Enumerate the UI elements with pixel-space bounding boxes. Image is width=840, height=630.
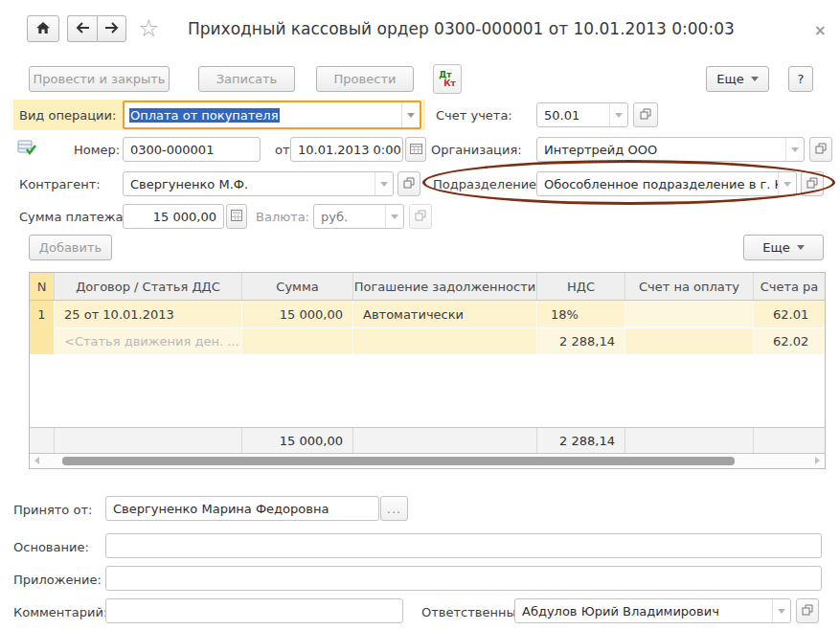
column-header-invoice[interactable]: Счет на оплату — [625, 273, 754, 300]
table-row[interactable]: <Статья движения ден. ... 2 288,14 62.02 — [30, 327, 825, 354]
department-open-button[interactable] — [801, 171, 824, 196]
amount-label: Сумма платежа: — [19, 210, 127, 224]
counterparty-open-button[interactable] — [397, 171, 420, 196]
calendar-icon — [410, 143, 422, 157]
comment-field[interactable] — [105, 598, 403, 623]
accepted-from-select-button[interactable]: ... — [380, 496, 408, 521]
accepted-from-field[interactable]: Свергуненко Марина Федоровна — [105, 496, 379, 521]
department-label: Подразделение: — [433, 177, 540, 191]
show-postings-button[interactable]: Дт Кт — [433, 64, 462, 94]
window-title: Приходный кассовый ордер 0300-000001 от … — [188, 19, 735, 38]
responsible-label: Ответственный: — [421, 605, 529, 619]
contract-cell[interactable]: 25 от 10.01.2013 — [55, 301, 242, 327]
responsible-open-button[interactable] — [796, 598, 819, 623]
more-button[interactable]: Еще — [706, 66, 769, 92]
column-header-accounts[interactable]: Счета ра — [754, 273, 825, 300]
operation-select[interactable]: Оплата от покупателя — [123, 101, 421, 129]
organization-dropdown-arrow[interactable] — [785, 138, 804, 161]
horizontal-scrollbar[interactable] — [30, 454, 825, 468]
settlement-account-cell[interactable]: 62.01 — [754, 301, 825, 327]
help-button[interactable]: ? — [788, 66, 813, 92]
totals-accounts-cell — [754, 428, 825, 453]
scroll-left-icon[interactable] — [34, 457, 39, 464]
column-header-vat[interactable]: НДС — [537, 273, 625, 300]
amount-field[interactable]: 15 000,00 — [123, 204, 224, 229]
number-field[interactable]: 0300-000001 — [123, 137, 261, 162]
nav-history-group — [67, 15, 126, 42]
totals-repayment-cell — [353, 428, 537, 453]
row-number-cell[interactable]: 1 — [30, 301, 55, 327]
calculator-icon — [231, 210, 242, 224]
post-and-close-button[interactable]: Провести и закрыть — [29, 66, 170, 92]
account-value: 50.01 — [537, 103, 609, 126]
sum-cell[interactable]: 15 000,00 — [242, 301, 353, 327]
vat-amount-cell[interactable]: 2 288,14 — [537, 327, 625, 354]
operation-dropdown-arrow[interactable] — [401, 102, 420, 127]
chevron-down-icon — [380, 182, 388, 187]
column-header-repayment[interactable]: Погашение задолженности — [353, 273, 537, 300]
favorite-star-icon[interactable]: ☆ — [138, 16, 159, 40]
organization-open-button[interactable] — [809, 137, 832, 162]
row-number-cell[interactable] — [30, 327, 55, 354]
save-button[interactable]: Записать — [198, 66, 295, 92]
open-link-icon — [415, 210, 426, 224]
table-row[interactable]: 1 25 от 10.01.2013 15 000,00 Автоматичес… — [30, 301, 825, 327]
department-field[interactable]: Обособленное подразделение в г. Клин — [536, 171, 797, 196]
home-button[interactable] — [27, 15, 59, 42]
table-more-button[interactable]: Еще — [743, 235, 824, 260]
totals-contract-cell — [55, 428, 242, 453]
column-header-contract[interactable]: Договор / Статья ДДС — [55, 273, 242, 300]
organization-label: Организация: — [431, 143, 522, 157]
back-arrow-icon — [76, 22, 90, 36]
organization-value: Интертрейд ООО — [537, 138, 785, 161]
cashflow-item-cell[interactable]: <Статья движения ден. ... — [55, 327, 242, 354]
invoice-cell[interactable] — [625, 301, 754, 327]
column-header-sum[interactable]: Сумма — [242, 273, 353, 300]
date-field[interactable]: 10.01.2013 0:00:03 — [290, 137, 403, 162]
open-link-icon — [806, 177, 818, 191]
more-button-label: Еще — [716, 72, 743, 86]
responsible-field[interactable]: Абдулов Юрий Владимирович — [514, 598, 791, 623]
invoice-cell[interactable] — [625, 327, 754, 354]
scroll-right-icon[interactable] — [815, 457, 820, 464]
open-link-icon — [802, 604, 813, 619]
counterparty-dropdown-arrow[interactable] — [375, 172, 393, 195]
comment-value — [106, 599, 402, 622]
department-dropdown-arrow[interactable] — [778, 172, 796, 195]
advance-account-cell[interactable]: 62.02 — [754, 327, 825, 354]
repayment-cell[interactable]: Автоматически — [353, 301, 537, 327]
forward-arrow-icon — [104, 22, 119, 36]
chevron-down-icon — [751, 77, 759, 81]
forward-button[interactable] — [97, 15, 126, 42]
add-row-button[interactable]: Добавить — [29, 235, 112, 260]
responsible-dropdown-arrow[interactable] — [772, 599, 790, 622]
scrollbar-thumb[interactable] — [62, 457, 735, 465]
counterparty-field[interactable]: Свергуненко М.Ф. — [123, 171, 394, 196]
amount-calculator-button[interactable] — [226, 204, 247, 229]
totals-invoice-cell — [625, 428, 754, 453]
close-icon[interactable]: × — [814, 24, 827, 38]
attachment-label: Приложение: — [13, 573, 102, 587]
repayment-cell[interactable] — [353, 327, 537, 354]
post-button[interactable]: Провести — [316, 66, 414, 92]
account-dropdown-arrow[interactable] — [609, 103, 627, 126]
totals-sum-cell: 15 000,00 — [242, 428, 353, 453]
basis-field[interactable] — [105, 533, 822, 558]
account-open-button[interactable] — [633, 102, 658, 127]
account-field[interactable]: 50.01 — [536, 102, 628, 127]
accepted-from-label: Принято от: — [13, 503, 92, 517]
vat-rate-cell[interactable]: 18% — [537, 301, 625, 327]
counterparty-value: Свергуненко М.Ф. — [124, 172, 375, 195]
column-header-n[interactable]: N — [30, 273, 55, 300]
responsible-value: Абдулов Юрий Владимирович — [515, 599, 772, 622]
comment-label: Комментарий: — [13, 605, 107, 619]
back-button[interactable] — [67, 15, 97, 42]
sum-cell[interactable] — [242, 327, 353, 354]
table-empty-area[interactable] — [30, 354, 825, 427]
open-link-icon — [640, 108, 651, 123]
date-calendar-button[interactable] — [405, 137, 426, 162]
basis-label: Основание: — [13, 540, 89, 554]
organization-field[interactable]: Интертрейд ООО — [536, 137, 805, 162]
attachment-field[interactable] — [105, 566, 822, 591]
totals-n-cell — [30, 428, 55, 453]
